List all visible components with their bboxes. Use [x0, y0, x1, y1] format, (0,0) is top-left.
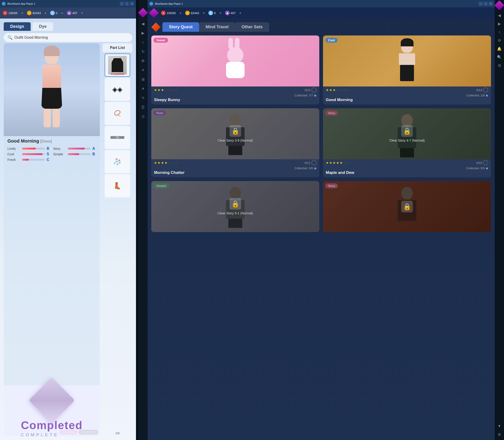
card-sleepy-bunny-image: Sweet: [151, 35, 319, 86]
right-close-button[interactable]: ✕: [489, 2, 493, 6]
window-controls: ─ □ ✕: [120, 2, 134, 6]
right-maximize-button[interactable]: □: [484, 2, 488, 6]
right-crystals-value: 0: [214, 11, 216, 15]
design-tab[interactable]: Design: [4, 22, 31, 31]
card-sleepy-bunny-count: 0/12: [305, 87, 317, 93]
nav-menu-icon[interactable]: ☰: [139, 103, 147, 111]
nav-forward-icon[interactable]: ▶: [139, 29, 147, 37]
nav-grid-icon[interactable]: ⊞: [139, 76, 147, 83]
stat-fresh-grade: C: [47, 158, 50, 162]
nav-plane-icon[interactable]: ✈: [139, 85, 147, 92]
good-morning-collected: Collected: 1/8 ◆: [466, 93, 489, 97]
stat-simple: Simple B: [53, 152, 96, 156]
card-maple-dew[interactable]: Sexy 🔒 Clear Story 4-7 (Normal) ★★★★★ ★★…: [323, 108, 491, 177]
right-settings-icon[interactable]: ⚙: [496, 37, 503, 44]
card-story-5[interactable]: Simple 🔒 Clear Story 5-1 (Normal): [151, 181, 319, 232]
plus-heart[interactable]: +: [21, 11, 23, 15]
panel-divider: [136, 0, 138, 440]
part-item-2-icon: ◈◈: [112, 85, 123, 93]
item-name: Good Morning: [7, 138, 39, 143]
story-quest-tab[interactable]: Story Quest: [162, 22, 199, 32]
story-6-lock-icon: 🔒: [403, 203, 411, 210]
right-alert-icon[interactable]: 🔔: [496, 45, 503, 52]
plus-crystal[interactable]: +: [61, 11, 63, 15]
part-item-1[interactable]: Completed: [105, 54, 130, 77]
card-good-morning-count: 0/13: [476, 87, 488, 93]
part-item-3[interactable]: 📿: [105, 102, 130, 125]
stat-cool-bar-container: [22, 153, 45, 155]
good-morning-circle[interactable]: [483, 87, 488, 93]
maximize-button[interactable]: □: [125, 2, 129, 6]
right-hearts: ♥ 156/65: [161, 11, 176, 15]
maple-dew-diamond-icon: ◆: [486, 166, 488, 170]
nav-settings-icon[interactable]: ⚙: [139, 57, 147, 64]
right-back-icon[interactable]: ◀: [496, 12, 503, 19]
right-window-controls: ─ □ ✕: [478, 2, 493, 6]
right-nav-diamond[interactable]: [149, 8, 159, 18]
nav-edit-icon[interactable]: ✎: [139, 94, 147, 102]
right-nav-diamond-icon[interactable]: [494, 0, 504, 10]
story-6-overlay: 🔒: [323, 181, 491, 232]
good-morning-character: [393, 40, 421, 82]
story-5-unlock-text: Clear Story 5-1 (Normal): [218, 211, 253, 215]
nav-home-icon[interactable]: ⌂: [139, 39, 147, 46]
stats-grid: Lively B Sexy A Cool: [4, 145, 100, 165]
nav-camera-icon[interactable]: ⊙: [139, 113, 147, 120]
part-item-6-icon: 👢: [113, 182, 121, 190]
completed-diamond-shape: [29, 377, 75, 423]
right-search-icon[interactable]: 🔍: [496, 53, 503, 61]
stat-sexy-bar-container: [68, 148, 90, 150]
stat-lively-grade: B: [47, 147, 50, 151]
card-tag-cool: Cool: [325, 38, 338, 43]
character-right-leg: [53, 109, 60, 127]
card-morning-chatter-bottom: ★★★★ ★★★ 0/11: [151, 159, 319, 166]
right-home-icon[interactable]: ⌂: [496, 28, 503, 36]
nav-back-icon[interactable]: ◀: [139, 20, 147, 27]
story-nav-tabs: Story Quest Mind Travel Other Sets: [148, 19, 495, 32]
resource-bar: ♥ 156/65 + ◎ 92443 + ❄ 0 + ◆ 407 +: [0, 7, 136, 19]
part-item-2[interactable]: ◈◈: [105, 78, 130, 101]
right-scroll-down[interactable]: ▼: [496, 422, 503, 430]
card-good-morning[interactable]: Cool ★★★ ★★★★ 0/13 Collected: 1/8 ◆: [323, 35, 491, 105]
stat-sexy-bar: [68, 148, 85, 150]
plus-coin[interactable]: +: [44, 11, 46, 15]
card-morning-chatter-title: Morning Chatter: [151, 170, 319, 177]
morning-chatter-circle[interactable]: [311, 160, 317, 165]
dye-tab[interactable]: Dye: [32, 22, 53, 31]
right-minimize-button[interactable]: ─: [478, 2, 483, 6]
lock-icon-container: 🔒: [230, 125, 241, 137]
right-grid-icon[interactable]: ⊞: [496, 62, 503, 69]
plus-diamond[interactable]: +: [81, 11, 83, 15]
sleepy-bunny-circle[interactable]: [311, 87, 317, 93]
sleepy-bunny-progress: 0/12: [305, 88, 310, 92]
part-item-6[interactable]: 👢: [105, 174, 130, 197]
morning-chatter-diamond-icon: ◆: [314, 166, 317, 170]
right-crystals: ❄ 0: [208, 11, 216, 15]
card-morning-chatter[interactable]: Pure 🔒 Clear Story 3-9 (Normal) ★★★★ ★★★…: [151, 108, 319, 177]
close-button[interactable]: ✕: [130, 2, 134, 6]
right-bottom-settings[interactable]: ⚙: [496, 431, 503, 438]
card-tag-sweet: Sweet: [154, 38, 168, 43]
search-bar[interactable]: 🔍 Outfit Good Morning: [4, 33, 132, 42]
card-sleepy-bunny[interactable]: Sweet ★★★ ★★★★ 0/12 Collected: 7/7 ◆: [151, 35, 319, 105]
other-sets-tab[interactable]: Other Sets: [235, 22, 269, 32]
nav-sun-icon[interactable]: ☀: [139, 66, 147, 74]
right-forward-icon[interactable]: ▶: [496, 20, 503, 27]
minimize-button[interactable]: ─: [120, 2, 124, 6]
bunny-character: [219, 38, 252, 80]
nav-rotate-icon[interactable]: ↻: [139, 48, 147, 55]
maple-dew-circle[interactable]: [483, 160, 488, 165]
crystals-value: 0: [56, 11, 57, 15]
part-item-5[interactable]: 🧦: [105, 150, 130, 173]
mind-travel-tab[interactable]: Mind Travel: [199, 22, 235, 32]
part-item-5-icon: 🧦: [113, 158, 121, 165]
stat-cool-grade: S: [47, 152, 50, 156]
right-crystal-icon: ❄: [208, 11, 213, 15]
coin-icon: ◎: [27, 11, 31, 15]
stat-lively-bar-container: [22, 148, 45, 150]
maple-dew-lock-container: 🔒: [401, 125, 413, 137]
nav-diamond-icon[interactable]: [138, 8, 148, 18]
part-item-4[interactable]: [105, 126, 130, 149]
sleepy-bunny-diamond-icon: ◆: [314, 93, 317, 97]
card-story-6[interactable]: Sexy 🔒: [323, 181, 491, 232]
